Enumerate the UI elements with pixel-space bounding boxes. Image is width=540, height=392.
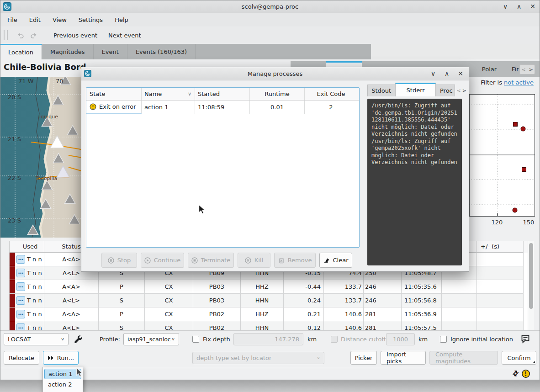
used-cell[interactable]: ⋯T n n <box>15 307 44 321</box>
menu-edit[interactable]: Edit <box>29 16 41 23</box>
x-tick-120: 120 <box>490 219 504 226</box>
tab-scroll-buttons[interactable]: < > <box>519 64 535 74</box>
dialog-maximize-icon[interactable]: ∧ <box>443 70 450 77</box>
minimize-icon[interactable]: ∨ <box>502 3 509 10</box>
plusminus-cell <box>477 266 524 280</box>
phase-cell: P <box>99 307 145 321</box>
previous-event-button[interactable]: Previous event <box>48 32 103 39</box>
col-exit-code[interactable]: Exit Code <box>305 88 357 100</box>
filter-toggle-link[interactable]: not active <box>504 79 534 86</box>
status-cell: A<L> <box>44 321 99 330</box>
header-plusminus[interactable]: +/- (s) <box>477 241 524 253</box>
scroll-left-icon[interactable]: < <box>457 88 461 94</box>
map-longitude-label: 70 <box>56 78 64 85</box>
distance-cutoff-checkbox[interactable] <box>331 336 338 343</box>
network-cell: CX <box>145 294 193 307</box>
residual-cell: 0.24 <box>284 294 324 307</box>
row-options-button[interactable]: ⋯ <box>16 323 25 330</box>
col-started[interactable]: Started <box>195 88 250 100</box>
time-cell: 11:05:36.9 <box>402 307 442 321</box>
run-menu-item[interactable]: action 1 <box>44 369 81 379</box>
play-circle-icon <box>144 257 151 264</box>
locator-select[interactable]: LOCSAT∨ <box>4 333 69 345</box>
close-icon[interactable]: ✕ <box>529 3 536 10</box>
stop-circle-icon <box>191 257 198 264</box>
tab-magnitudes[interactable]: Magnitudes <box>42 44 94 59</box>
used-cell[interactable]: ⋯T n n <box>15 294 44 307</box>
next-event-button[interactable]: Next event <box>103 32 146 39</box>
menu-help[interactable]: Help <box>115 16 128 23</box>
row-options-button[interactable]: ⋯ <box>16 269 25 277</box>
tab-proc[interactable]: Proc <box>436 85 455 96</box>
ignore-initial-location-label[interactable]: Ignore initial location <box>450 336 513 343</box>
run-menu-item[interactable]: action 2 <box>44 379 81 390</box>
tab-events[interactable]: Events (160/163) <box>127 44 196 59</box>
residual-color-bar <box>10 253 15 266</box>
comment-icon[interactable] <box>520 334 530 344</box>
maximize-icon[interactable]: ∧ <box>515 3 523 10</box>
dialog-titlebar[interactable]: Manage processes ∨ ∧ ✕ <box>81 67 469 80</box>
used-cell[interactable]: ⋯T n n <box>15 321 44 330</box>
stderr-output[interactable]: /usr/bin/ls: Zugriff auf 'de.gempa.tb1.O… <box>367 99 462 265</box>
tab-polar[interactable]: Polar <box>476 61 503 77</box>
dialog-title: Manage processes <box>81 70 469 77</box>
depth-input[interactable]: 147.278 <box>233 333 303 345</box>
scroll-right-icon[interactable]: > <box>529 67 533 73</box>
residual-plot[interactable] <box>469 94 535 217</box>
undo-icon[interactable] <box>14 29 26 41</box>
col-name[interactable]: Name ∨ <box>142 88 195 100</box>
table-row[interactable]: ⋯T n nA<A>PCXPB02HHZ0.21140.628111:05:36… <box>10 307 528 321</box>
tab-stdout[interactable]: Stdout <box>367 85 395 96</box>
row-options-button[interactable]: ⋯ <box>16 255 25 264</box>
scrollbar-thumb[interactable] <box>529 243 533 309</box>
row-options-button[interactable]: ⋯ <box>16 296 25 305</box>
row-options-button[interactable]: ⋯ <box>16 310 25 318</box>
col-runtime[interactable]: Runtime <box>250 88 305 100</box>
menu-view[interactable]: View <box>53 16 67 23</box>
fix-depth-label[interactable]: Fix depth <box>203 336 230 343</box>
dialog-close-icon[interactable]: ✕ <box>457 70 464 77</box>
process-state-cell: Exit on error <box>86 101 142 114</box>
process-table: State Name ∨ Started Runtime Exit Code E… <box>86 87 360 248</box>
used-flags: T n n <box>27 256 42 263</box>
plusminus-cell <box>477 280 524 294</box>
confirm-button[interactable]: Confirm <box>502 351 536 365</box>
table-row[interactable]: ⋯T n nA<L>SCXPB02HHN0.12140.628111:05:57… <box>10 321 528 330</box>
table-scrollbar[interactable] <box>528 241 534 330</box>
used-cell[interactable]: ⋯T n n <box>15 280 44 294</box>
toolbar-drag-handle[interactable] <box>4 30 8 40</box>
used-cell[interactable]: ⋯T n n <box>15 253 44 266</box>
warning-status-icon[interactable] <box>521 369 530 378</box>
row-options-button[interactable]: ⋯ <box>16 282 25 291</box>
profile-select[interactable]: iasp91_scanloc∨ <box>123 333 179 345</box>
scroll-left-icon[interactable]: < <box>521 67 525 73</box>
cutoff-input: 1000 <box>386 333 415 345</box>
x-tick-150: 150 <box>522 219 535 226</box>
manage-processes-dialog: Manage processes ∨ ∧ ✕ State Name ∨ Star… <box>81 67 469 272</box>
picker-button[interactable]: Picker <box>350 351 377 365</box>
clear-button[interactable]: Clear <box>319 253 352 268</box>
tab-event[interactable]: Event <box>94 44 127 59</box>
tab-stderr[interactable]: Stderr <box>395 83 436 96</box>
header-used[interactable]: Used <box>15 241 44 253</box>
col-state[interactable]: State <box>86 88 142 100</box>
tab-location[interactable]: Location <box>0 44 42 59</box>
dialog-minimize-icon[interactable]: ∨ <box>429 70 437 77</box>
process-row[interactable]: Exit on error action 1 11:08:59 0.01 2 <box>86 101 359 114</box>
locator-settings-wrench-icon[interactable] <box>73 334 83 344</box>
table-row[interactable]: ⋯T n nA<L>SCXPB03HHN0.24133.724611:05:56… <box>10 294 528 307</box>
ignore-initial-location-checkbox[interactable] <box>440 336 447 343</box>
import-picks-button[interactable]: Import picks <box>381 351 426 365</box>
redo-icon[interactable] <box>28 29 40 41</box>
output-tab-scroll[interactable]: < > <box>455 85 466 96</box>
menu-settings[interactable]: Settings <box>79 16 103 23</box>
scroll-right-icon[interactable]: > <box>462 88 466 94</box>
plusminus-cell <box>477 307 524 321</box>
menu-file[interactable]: File <box>7 16 17 23</box>
used-cell[interactable]: ⋯T n n <box>15 266 44 280</box>
table-row[interactable]: ⋯T n nA<A>PCXPB03HHZ-0.44133.724611:05:3… <box>10 280 528 294</box>
fix-depth-checkbox[interactable] <box>192 336 199 343</box>
relocate-button[interactable]: Relocate <box>4 351 39 365</box>
run-button[interactable]: Run... <box>43 351 79 365</box>
used-flags: T n n <box>27 324 42 330</box>
